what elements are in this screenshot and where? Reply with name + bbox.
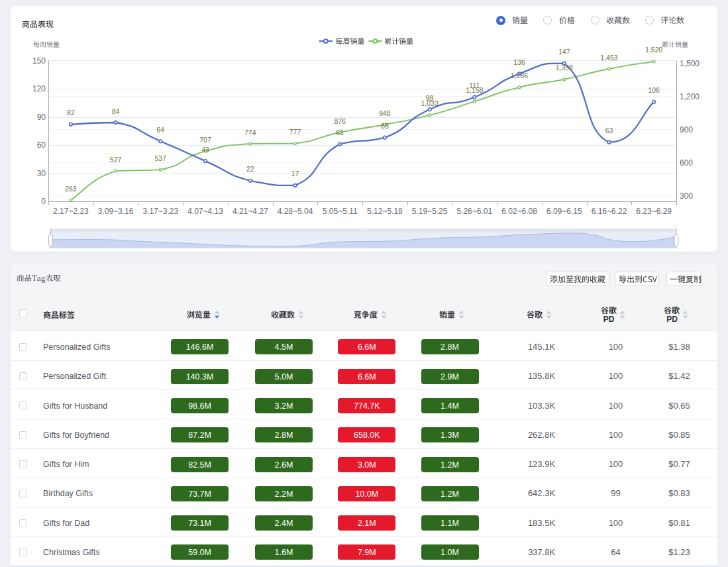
svg-text:707: 707 [199, 136, 211, 144]
svg-text:61: 61 [336, 129, 344, 136]
svg-text:1,500: 1,500 [680, 59, 700, 68]
svg-text:147: 147 [558, 48, 570, 56]
svg-text:4.07~4.13: 4.07~4.13 [187, 207, 223, 216]
svg-text:777: 777 [289, 128, 301, 136]
svg-text:68: 68 [381, 122, 389, 130]
svg-text:82: 82 [67, 109, 75, 117]
svg-text:537: 537 [155, 154, 167, 162]
svg-text:120: 120 [32, 84, 46, 93]
svg-text:300: 300 [680, 191, 693, 201]
svg-text:64: 64 [156, 126, 164, 134]
svg-text:6.23~6.29: 6.23~6.29 [636, 207, 672, 216]
svg-text:60: 60 [37, 140, 46, 150]
svg-text:4.28~5.04: 4.28~5.04 [278, 207, 313, 216]
svg-text:5.19~5.25: 5.19~5.25 [412, 207, 448, 216]
svg-text:900: 900 [680, 125, 693, 134]
svg-text:4.21~4.27: 4.21~4.27 [233, 207, 268, 216]
svg-text:63: 63 [605, 127, 613, 134]
svg-text:3.17~3.23: 3.17~3.23 [142, 207, 178, 216]
svg-text:1,520: 1,520 [645, 46, 662, 54]
svg-text:6.09~6.15: 6.09~6.15 [546, 207, 582, 216]
svg-text:876: 876 [334, 117, 346, 125]
svg-text:6.16~6.22: 6.16~6.22 [592, 207, 627, 216]
svg-text:1,033: 1,033 [421, 99, 438, 107]
svg-text:30: 30 [37, 169, 46, 178]
svg-text:0: 0 [41, 197, 46, 206]
svg-text:5.26~6.01: 5.26~6.01 [456, 207, 492, 216]
svg-text:1,158: 1,158 [466, 86, 483, 94]
svg-text:774: 774 [244, 129, 256, 136]
svg-text:263: 263 [65, 185, 77, 193]
svg-text:5.05~5.11: 5.05~5.11 [323, 207, 358, 216]
svg-text:1,200: 1,200 [680, 92, 700, 101]
svg-text:22: 22 [246, 165, 254, 173]
svg-text:1,286: 1,286 [511, 72, 528, 79]
svg-text:43: 43 [201, 146, 209, 154]
svg-text:6.02~6.08: 6.02~6.08 [501, 207, 537, 216]
svg-text:948: 948 [379, 109, 391, 117]
svg-text:3.09~3.16: 3.09~3.16 [98, 207, 134, 216]
svg-text:2.17~2.23: 2.17~2.23 [53, 207, 89, 216]
svg-text:106: 106 [648, 86, 660, 94]
svg-text:84: 84 [112, 107, 120, 115]
svg-text:1,358: 1,358 [556, 64, 573, 72]
svg-text:1,453: 1,453 [600, 54, 617, 62]
svg-text:5.12~5.18: 5.12~5.18 [367, 207, 403, 216]
svg-text:600: 600 [680, 158, 693, 168]
svg-text:150: 150 [32, 56, 46, 66]
svg-text:17: 17 [291, 170, 299, 178]
svg-text:136: 136 [513, 58, 525, 66]
svg-text:527: 527 [110, 156, 122, 164]
svg-text:90: 90 [37, 113, 46, 122]
